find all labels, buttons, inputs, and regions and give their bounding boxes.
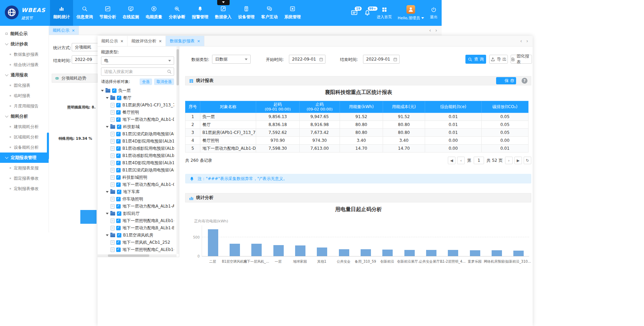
- tree-node[interactable]: 餐厅: [101, 94, 174, 102]
- tree-scrollbar-horizontal[interactable]: [98, 254, 177, 257]
- tree-node[interactable]: 地下一层风机_ACb1_252: [101, 239, 174, 246]
- tab-close-icon[interactable]: ×: [120, 39, 123, 43]
- checkbox-checked[interactable]: [116, 117, 121, 122]
- tab-scroll-left-icon[interactable]: ‹: [429, 28, 431, 33]
- checkbox-checked[interactable]: [116, 182, 121, 187]
- checkbox-checked[interactable]: [117, 190, 121, 194]
- tree-node[interactable]: 科技影城: [101, 123, 174, 130]
- tree-node[interactable]: 地下一层动力配电D_ALb1-D_242: [101, 116, 174, 123]
- sidebar-item[interactable]: 固定报表修改: [0, 173, 49, 183]
- query-button[interactable]: 查 询: [465, 55, 486, 64]
- checkbox-checked[interactable]: [116, 240, 121, 245]
- tab-scroll-left-icon[interactable]: ‹: [520, 38, 522, 44]
- next-page-button[interactable]: ›: [505, 157, 513, 164]
- tree-expand-icon[interactable]: [106, 234, 109, 238]
- sidebar-item[interactable]: 定期报表管理: [0, 153, 49, 163]
- last-page-button[interactable]: ▶: [514, 157, 522, 164]
- nav-item[interactable]: 数据录入: [212, 0, 235, 26]
- tree-expand-icon[interactable]: [106, 97, 109, 100]
- nav-item[interactable]: 信息查询: [73, 0, 96, 26]
- start-date-input[interactable]: 2022-09-01: [289, 55, 325, 64]
- tree-node[interactable]: 餐厅照明: [101, 109, 174, 116]
- tree-node[interactable]: 科技影城照明: [101, 174, 174, 181]
- checkbox-checked[interactable]: [116, 110, 121, 115]
- tree-node[interactable]: B1层厨房(APb1-CF)_313_77: [101, 102, 174, 109]
- deselect-all-button[interactable]: 取消全选: [154, 78, 174, 85]
- tab-close-icon[interactable]: ×: [72, 28, 75, 33]
- message-button[interactable]: 19: [351, 9, 358, 17]
- tree-scroll-thumb[interactable]: [108, 254, 149, 257]
- end-date-input[interactable]: 2022-09-01: [363, 55, 400, 64]
- help-icon[interactable]: ?: [522, 78, 527, 84]
- sidebar-item[interactable]: 能耗分析: [0, 111, 49, 122]
- tab[interactable]: 能耗公示×: [98, 36, 128, 46]
- nav-item[interactable]: 系统管理: [281, 0, 304, 26]
- select-all-button[interactable]: 全选: [140, 78, 152, 85]
- energy-type-select[interactable]: 电: [101, 56, 174, 65]
- tree-node[interactable]: 地下车库: [101, 188, 174, 196]
- nav-item[interactable]: 设备管理: [235, 0, 258, 26]
- search-icon[interactable]: [167, 69, 172, 74]
- sidebar-item[interactable]: 定制报表修改: [0, 183, 49, 194]
- nav-item[interactable]: 客户互动: [258, 0, 281, 26]
- nav-item[interactable]: 节能分析: [96, 0, 119, 26]
- alert-button[interactable]: 99+: [364, 9, 371, 17]
- checkbox-checked[interactable]: [116, 139, 121, 144]
- nav-item[interactable]: 电能质量: [142, 0, 165, 26]
- checkbox-checked[interactable]: [117, 211, 121, 216]
- tree-expand-icon[interactable]: [106, 191, 109, 194]
- sidebar-item[interactable]: 建筑能耗分析: [0, 122, 49, 132]
- tree-scrollbar-vertical[interactable]: [177, 46, 179, 254]
- tree-node[interactable]: 地下一层动力配电A_ALb1-A_266: [101, 203, 174, 210]
- sidebar-scroll-thumb[interactable]: [47, 133, 49, 159]
- checkbox-checked[interactable]: [116, 226, 121, 230]
- tree-node[interactable]: 影院前厅: [101, 210, 174, 217]
- checkbox-checked[interactable]: [116, 132, 121, 136]
- tree-node[interactable]: 地下一层照明配电B_ALEb1-B_26: [101, 217, 174, 224]
- checkbox-checked[interactable]: [116, 204, 121, 209]
- tree-node[interactable]: 地下一层动力配电G_ALb1-G_269: [101, 181, 174, 188]
- sidebar-item[interactable]: 月度用能报告: [0, 101, 49, 111]
- checkbox-checked[interactable]: [116, 146, 121, 151]
- sidebar-item[interactable]: 设备能耗分析: [0, 142, 49, 153]
- tree-node[interactable]: 地下一层照明配电C_ALEb1-C_26: [101, 246, 174, 253]
- tree-node[interactable]: B1层4D影院用电预留(ALb1-YY(4: [101, 159, 174, 167]
- first-page-button[interactable]: ◀: [448, 157, 455, 164]
- checkbox-checked[interactable]: [117, 96, 121, 100]
- tab[interactable]: 数据集抄报表×: [166, 36, 204, 46]
- tree-node[interactable]: 地下一层动力配电B_ALb1-B_267: [101, 224, 174, 232]
- calendar-icon[interactable]: [393, 57, 398, 62]
- checkbox-checked[interactable]: [117, 233, 121, 238]
- checkbox-checked[interactable]: [116, 154, 121, 158]
- tree-node[interactable]: B1层4D影院用电预留(ALb1-YY(4: [101, 138, 174, 145]
- tree-expand-icon[interactable]: [106, 213, 109, 216]
- checkbox-checked[interactable]: [117, 125, 121, 129]
- prev-page-button[interactable]: ‹: [457, 157, 465, 164]
- tree-expand-icon[interactable]: [101, 90, 104, 93]
- tree-node[interactable]: B1层动感影院用电预留(ALb1-YY: [101, 145, 174, 152]
- checkbox-checked[interactable]: [116, 219, 121, 223]
- sidebar-item[interactable]: 组合统计报表: [0, 60, 49, 70]
- logout-button[interactable]: 退出: [430, 7, 437, 20]
- tab-close-icon[interactable]: ×: [197, 39, 200, 43]
- home-button[interactable]: 进入首页: [377, 7, 392, 20]
- tab-scroll-right-icon[interactable]: ›: [435, 28, 437, 33]
- tab[interactable]: 能耗公示×: [49, 26, 79, 35]
- data-type-select[interactable]: 日数据: [212, 55, 251, 64]
- tree-node[interactable]: B1层动感影院用电预留(ALb1-YY: [101, 152, 174, 159]
- search-input[interactable]: [103, 69, 167, 74]
- refresh-button[interactable]: ↻: [524, 157, 531, 164]
- sidebar-item[interactable]: 能耗公示: [0, 29, 49, 39]
- sidebar-item[interactable]: 区域能耗分析: [0, 132, 49, 142]
- save-button[interactable]: 保 存: [496, 77, 516, 84]
- user-menu[interactable]: Hello,管理员: [398, 5, 424, 21]
- sidebar-item[interactable]: 固化报表: [0, 80, 49, 91]
- tree-node[interactable]: 负一层: [101, 87, 174, 94]
- tree-node[interactable]: B1层沉浸式剧场用电预留(ALb1-Y: [101, 167, 174, 174]
- tab[interactable]: 能效评估分析×: [128, 36, 166, 46]
- nav-item[interactable]: 分析诊断: [165, 0, 189, 26]
- checkbox-checked[interactable]: [116, 248, 121, 252]
- tab-scroll-right-icon[interactable]: ›: [526, 38, 528, 44]
- sidebar-item[interactable]: 临时报表: [0, 91, 49, 101]
- tree-scroll-thumb[interactable]: [177, 49, 179, 85]
